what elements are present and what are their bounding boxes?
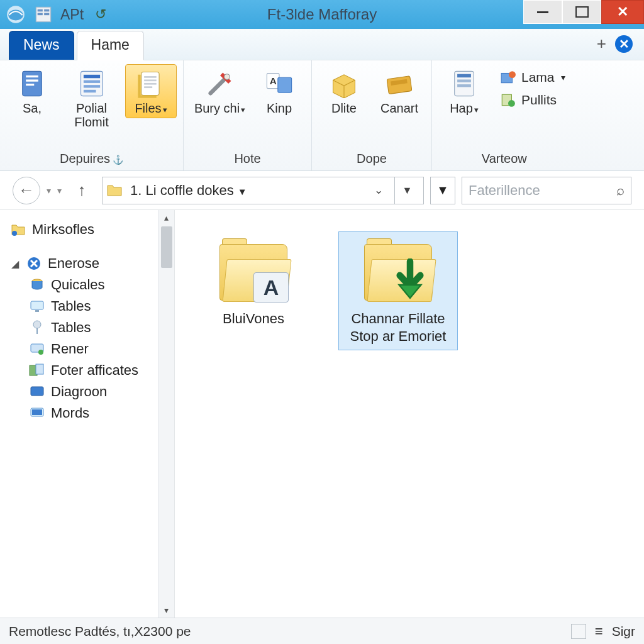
ribbon-item-polial[interactable]: Polial Flomit	[62, 64, 121, 132]
address-bar[interactable]: 1. Li coffle dokes ▼ ⌄ ▼	[102, 177, 424, 204]
rename-icon: A	[263, 67, 296, 100]
panel-icon	[448, 67, 480, 100]
folder-icon	[106, 183, 124, 198]
recent-dropdown[interactable]: ▾	[57, 186, 62, 196]
tree-item-mords[interactable]: Mords	[10, 402, 174, 424]
svg-point-43	[38, 350, 43, 355]
status-bar: Remotlesc Padtés, tı,X2300 pe ≡ Sigr	[0, 618, 644, 644]
svg-rect-45	[36, 364, 43, 374]
close-button[interactable]	[601, 0, 644, 24]
tree-item-tables-1[interactable]: Tables	[10, 296, 174, 317]
ribbon-item-dlite[interactable]: Dlite	[318, 64, 370, 118]
svg-rect-17	[144, 76, 157, 78]
tools-icon	[204, 67, 236, 100]
svg-point-33	[509, 71, 516, 78]
path-dropdown-icon[interactable]: ▼	[394, 177, 419, 204]
ribbon-item-kinp[interactable]: A Kinp	[253, 64, 305, 118]
ribbon-group-varteow: Varteow	[438, 150, 570, 168]
svg-rect-13	[83, 80, 99, 83]
search-input[interactable]: Faterillence ⌕	[462, 177, 631, 204]
folder-fonts-icon: A	[216, 237, 291, 306]
pullits-icon	[499, 91, 518, 109]
svg-rect-48	[32, 409, 42, 415]
minimize-button[interactable]	[523, 0, 562, 24]
svg-rect-12	[83, 75, 99, 78]
navigation-tree: Mirksofles ◢ Enerose Quicales Tables Tab…	[0, 210, 175, 618]
network-icon	[29, 341, 45, 357]
tree-item-quicales[interactable]: Quicales	[10, 274, 174, 296]
drive-icon	[26, 256, 42, 271]
tab-news[interactable]: News	[9, 31, 74, 60]
tab-home[interactable]: Hame	[77, 31, 144, 60]
tree-item-tables-2[interactable]: Tables	[10, 317, 174, 338]
package-icon	[383, 67, 416, 100]
ribbon-item-burychi[interactable]: Bury chi	[190, 64, 250, 118]
tree-item-diagroon[interactable]: Diagroon	[10, 381, 174, 402]
svg-point-36	[12, 231, 17, 236]
svg-rect-10	[26, 84, 34, 86]
svg-rect-40	[35, 310, 39, 312]
svg-point-22	[224, 74, 230, 80]
refresh-button[interactable]: ▼	[430, 177, 455, 204]
scroll-thumb[interactable]	[161, 226, 172, 268]
svg-rect-39	[31, 301, 43, 309]
svg-rect-20	[144, 86, 152, 88]
status-text: Remotlesc Padtés, tı,X2300 pe	[9, 624, 191, 639]
ribbon-group-depuires: Depuires	[6, 150, 177, 168]
status-right: Sigr	[612, 624, 635, 639]
svg-point-35	[508, 100, 515, 107]
box-icon	[328, 67, 360, 100]
ribbon-group-dope: Dope	[318, 150, 425, 168]
tree-item-mirksofles[interactable]: Mirksofles	[10, 219, 174, 240]
svg-rect-14	[83, 85, 99, 87]
history-dropdown[interactable]: ▾	[47, 186, 51, 196]
svg-marker-49	[399, 285, 421, 298]
pin-icon	[29, 320, 45, 335]
collapse-icon[interactable]: ◢	[10, 258, 20, 270]
svg-rect-9	[26, 79, 38, 81]
svg-rect-31	[457, 84, 471, 87]
svg-point-41	[33, 321, 41, 328]
maximize-button[interactable]	[562, 0, 601, 24]
tree-item-enerose[interactable]: ◢ Enerose	[10, 253, 174, 274]
svg-rect-25	[278, 77, 292, 92]
ribbon-item-sa[interactable]: Sa,	[6, 64, 58, 118]
lama-icon	[499, 68, 518, 87]
tree-item-rener[interactable]: Rener	[10, 338, 174, 360]
tree-item-foter[interactable]: Foter afficates	[10, 360, 174, 381]
file-icon	[135, 67, 167, 100]
svg-rect-8	[26, 75, 38, 77]
ribbon-item-lama[interactable]: Lama▾	[499, 68, 565, 87]
ribbon: Sa, Polial Flomit Files Depuires	[0, 60, 644, 171]
scroll-down-icon[interactable]: ▾	[158, 602, 174, 618]
folder-icon	[10, 222, 26, 237]
svg-rect-18	[144, 79, 157, 81]
display-icon	[29, 406, 45, 421]
svg-rect-46	[31, 387, 43, 396]
file-item-bluivones[interactable]: A BluiVones	[194, 231, 313, 333]
ribbon-tabs: News Hame + ✕	[0, 29, 644, 60]
ribbon-item-pullits[interactable]: Pullits	[499, 91, 565, 109]
up-button[interactable]: ↑	[68, 177, 96, 204]
screen-icon	[29, 384, 45, 399]
scroll-up-icon[interactable]: ▴	[158, 210, 174, 225]
ribbon-item-canart[interactable]: Canart	[374, 64, 425, 118]
expand-ribbon-button[interactable]: +	[597, 34, 606, 53]
svg-rect-15	[83, 90, 96, 92]
sidebar-scrollbar[interactable]: ▴ ▾	[158, 210, 174, 618]
svg-rect-30	[457, 79, 471, 82]
folder-download-icon	[360, 237, 436, 306]
ribbon-item-files[interactable]: Files	[125, 64, 177, 118]
list-icon	[75, 67, 108, 100]
search-icon: ⌕	[616, 182, 625, 199]
view-details-button[interactable]	[571, 624, 586, 639]
path-chevron-icon[interactable]: ⌄	[369, 184, 388, 197]
help-button[interactable]: ✕	[615, 35, 633, 53]
ribbon-item-hap[interactable]: Hap	[438, 64, 490, 118]
back-button[interactable]: ←	[13, 177, 40, 204]
file-item-channar[interactable]: Channar Fillate Stop ar Emoriet	[338, 231, 458, 350]
svg-text:A: A	[270, 75, 277, 86]
monitor-icon	[29, 299, 45, 314]
view-menu-icon[interactable]: ≡	[595, 623, 603, 640]
ribbon-group-hote: Hote	[190, 150, 305, 168]
